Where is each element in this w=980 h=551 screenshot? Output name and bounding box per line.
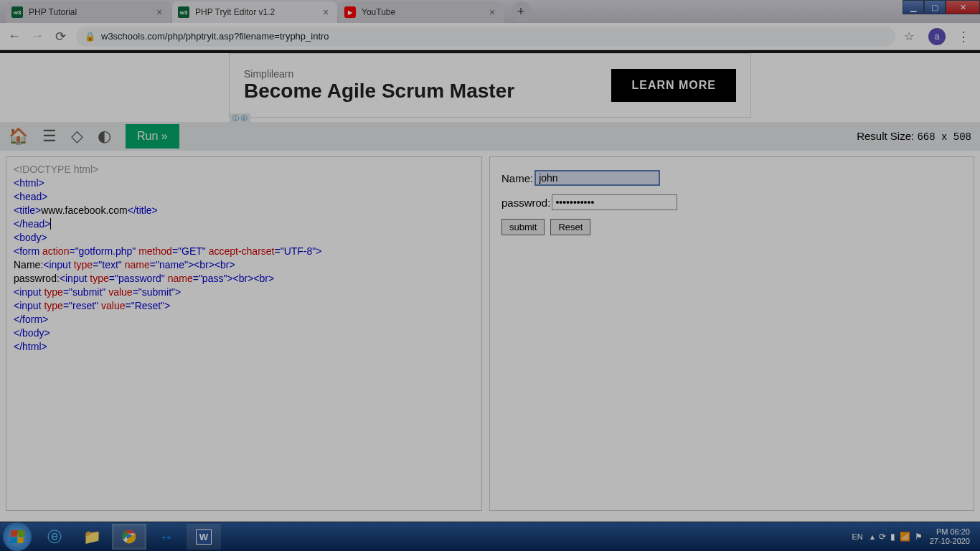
button-row: [501, 219, 962, 235]
url-text: w3schools.com/php/phptryit.asp?filename=…: [101, 31, 329, 42]
tab-php-tryit[interactable]: w3 PHP Tryit Editor v1.2 ×: [172, 1, 337, 23]
reset-button[interactable]: [550, 219, 590, 235]
tray-icons: ▴ ⟳ ▮ 📶 ⚑: [870, 532, 923, 542]
result-size-label: Result Size: 668 x 508: [857, 130, 971, 143]
home-icon[interactable]: 🏠: [9, 127, 28, 146]
tray-sync-icon[interactable]: ⟳: [879, 532, 886, 542]
taskbar-chrome[interactable]: [112, 524, 146, 550]
taskbar-explorer[interactable]: 📁: [75, 524, 109, 550]
back-button[interactable]: ←: [7, 29, 22, 44]
editor-split: <!DOCTYPE html> <html> <head> <title>www…: [0, 151, 980, 517]
windows-taskbar: ⓔ 📁 ↔ W EN ▴ ⟳ ▮ 📶 ⚑ PM 06:20 27-10-2020: [0, 522, 980, 551]
tray-clock[interactable]: PM 06:20 27-10-2020: [930, 527, 970, 546]
name-row: Name:: [501, 170, 962, 186]
ad-headline: Become Agile Scrum Master: [244, 80, 514, 103]
ad-cta-button[interactable]: LEARN MORE: [611, 69, 736, 102]
name-input[interactable]: [534, 170, 660, 186]
forward-button[interactable]: →: [30, 29, 44, 44]
bookmark-star-icon[interactable]: ☆: [904, 29, 914, 43]
profile-avatar[interactable]: a: [928, 28, 946, 45]
new-tab-button[interactable]: +: [511, 1, 531, 22]
window-minimize-button[interactable]: ▁: [903, 0, 924, 14]
editor-toolbar: 🏠 ☰ ◇ ◐ Run » Result Size: 668 x 508: [0, 122, 980, 151]
tab-youtube[interactable]: ▶ YouTube ×: [339, 1, 504, 23]
reload-button[interactable]: ⟳: [53, 29, 67, 44]
lock-icon: 🔒: [85, 32, 95, 42]
name-label: Name:: [501, 172, 533, 184]
ad-brand: Simplilearn: [244, 68, 514, 80]
w3-favicon-icon: w3: [178, 6, 189, 18]
code-editor[interactable]: <!DOCTYPE html> <html> <head> <title>www…: [6, 156, 482, 511]
tab-title: PHP Tryit Editor v1.2: [195, 7, 320, 17]
run-button[interactable]: Run »: [126, 124, 179, 149]
close-icon[interactable]: ×: [320, 6, 331, 18]
address-bar: ← → ⟳ 🔒 w3schools.com/php/phptryit.asp?f…: [0, 23, 980, 50]
theme-icon[interactable]: ◐: [98, 127, 111, 146]
youtube-favicon-icon: ▶: [344, 6, 356, 18]
page-content: Simplilearn Become Agile Scrum Master LE…: [0, 53, 980, 522]
w3-favicon-icon: w3: [11, 6, 23, 18]
tab-title: PHP Tutorial: [29, 7, 154, 17]
start-button[interactable]: [3, 522, 32, 551]
browser-tab-strip: w3 PHP Tutorial × w3 PHP Tryit Editor v1…: [0, 0, 980, 23]
result-pane: Name: passwrod:: [489, 156, 974, 511]
window-controls: ▁ ▢ ✕: [903, 0, 980, 14]
tray-up-icon[interactable]: ▴: [870, 532, 875, 542]
password-input[interactable]: [552, 194, 677, 210]
close-icon[interactable]: ×: [154, 6, 165, 18]
ad-info-icon[interactable]: ⓘ ⓧ: [230, 113, 250, 124]
tray-flag-icon[interactable]: ⚑: [915, 532, 923, 542]
close-icon[interactable]: ×: [486, 6, 498, 18]
rotate-icon[interactable]: ◇: [71, 127, 83, 146]
password-row: passwrod:: [501, 194, 962, 210]
tab-title: YouTube: [362, 7, 486, 17]
menu-icon[interactable]: ☰: [42, 127, 57, 146]
system-tray: EN ▴ ⟳ ▮ 📶 ⚑ PM 06:20 27-10-2020: [852, 527, 977, 546]
windows-logo-icon: [10, 530, 24, 543]
taskbar-word[interactable]: W: [187, 524, 221, 550]
url-input[interactable]: 🔒 w3schools.com/php/phptryit.asp?filenam…: [76, 27, 895, 47]
tray-lang[interactable]: EN: [852, 532, 862, 541]
window-close-button[interactable]: ✕: [946, 0, 980, 14]
tray-battery-icon[interactable]: ▮: [890, 532, 895, 542]
submit-button[interactable]: [501, 219, 545, 235]
chrome-icon: [121, 529, 137, 545]
tray-network-icon[interactable]: 📶: [900, 532, 910, 542]
password-label: passwrod:: [501, 197, 550, 209]
tab-php-tutorial[interactable]: w3 PHP Tutorial ×: [6, 1, 171, 23]
taskbar-teamviewer[interactable]: ↔: [149, 524, 184, 550]
ad-banner[interactable]: Simplilearn Become Agile Scrum Master LE…: [229, 53, 751, 118]
chrome-menu-button[interactable]: ⋮: [954, 29, 973, 44]
taskbar-ie[interactable]: ⓔ: [37, 524, 72, 550]
window-maximize-button[interactable]: ▢: [924, 0, 946, 14]
